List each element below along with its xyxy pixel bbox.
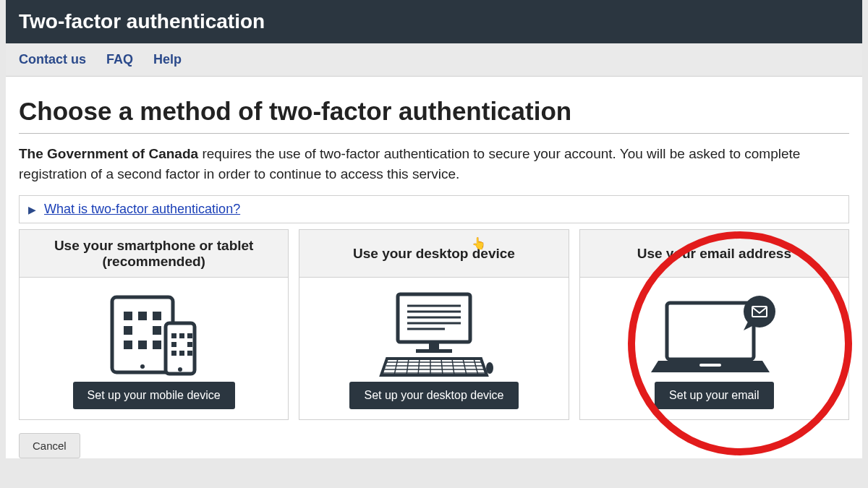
svg-rect-8 xyxy=(138,341,147,349)
svg-point-11 xyxy=(178,367,182,372)
svg-rect-22 xyxy=(416,349,452,353)
svg-rect-21 xyxy=(429,342,439,349)
nav-contact-us[interactable]: Contact us xyxy=(19,52,86,67)
svg-point-1 xyxy=(140,364,145,369)
page-heading: Choose a method of two-factor authentica… xyxy=(19,97,849,134)
laptop-email-icon xyxy=(645,288,783,382)
card-mobile-title: Use your smartphone or tablet (recommend… xyxy=(20,230,288,278)
svg-rect-18 xyxy=(179,351,184,356)
svg-rect-7 xyxy=(124,341,132,349)
svg-rect-10 xyxy=(166,323,195,374)
page-titlebar: Two-factor authentication xyxy=(6,0,862,43)
disclosure-link[interactable]: What is two-factor authentication? xyxy=(44,202,240,216)
setup-desktop-button[interactable]: Set up your desktop device xyxy=(349,382,518,409)
svg-rect-5 xyxy=(124,326,132,335)
intro-strong: The Government of Canada xyxy=(19,146,198,161)
svg-point-40 xyxy=(486,362,493,374)
cancel-button[interactable]: Cancel xyxy=(19,433,80,458)
svg-rect-41 xyxy=(667,303,754,359)
svg-rect-6 xyxy=(153,326,161,335)
setup-mobile-button[interactable]: Set up your mobile device xyxy=(73,382,235,409)
svg-rect-4 xyxy=(153,312,161,320)
smartphone-tablet-icon xyxy=(96,288,212,382)
svg-rect-12 xyxy=(171,333,176,338)
top-nav: Contact us FAQ Help xyxy=(6,43,862,77)
svg-rect-42 xyxy=(699,364,721,367)
svg-rect-2 xyxy=(124,312,132,320)
setup-email-button[interactable]: Set up your email xyxy=(655,382,774,409)
svg-rect-15 xyxy=(171,342,176,347)
card-desktop-title: Use your desktop device xyxy=(299,230,568,278)
desktop-computer-icon xyxy=(373,288,495,382)
svg-rect-17 xyxy=(171,351,176,356)
card-email-title: Use your email address xyxy=(580,230,848,278)
method-cards: Use your smartphone or tablet (recommend… xyxy=(19,229,849,420)
svg-rect-0 xyxy=(112,297,173,372)
svg-rect-9 xyxy=(153,341,161,349)
svg-rect-13 xyxy=(179,333,184,338)
svg-rect-16 xyxy=(187,342,192,347)
disclosure-panel[interactable]: ▶ What is two-factor authentication? xyxy=(19,195,849,223)
svg-rect-3 xyxy=(138,312,147,320)
main-content: Choose a method of two-factor authentica… xyxy=(6,77,862,458)
card-email: Use your email address xyxy=(579,229,849,420)
chevron-right-icon: ▶ xyxy=(28,204,36,215)
svg-rect-14 xyxy=(187,333,192,338)
intro-text: The Government of Canada requires the us… xyxy=(19,144,849,184)
card-mobile: Use your smartphone or tablet (recommend… xyxy=(19,229,289,420)
svg-rect-19 xyxy=(187,351,192,356)
nav-help[interactable]: Help xyxy=(153,52,182,67)
card-desktop: Use your desktop device xyxy=(299,229,569,420)
nav-faq[interactable]: FAQ xyxy=(106,52,133,67)
